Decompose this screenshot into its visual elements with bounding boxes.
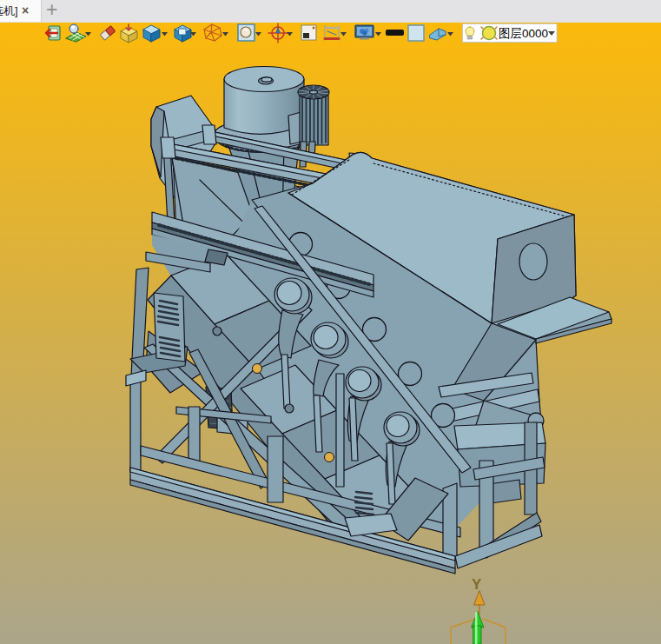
svg-text:图层0000: 图层0000 [499, 27, 548, 40]
svg-text:Y: Y [472, 576, 482, 593]
